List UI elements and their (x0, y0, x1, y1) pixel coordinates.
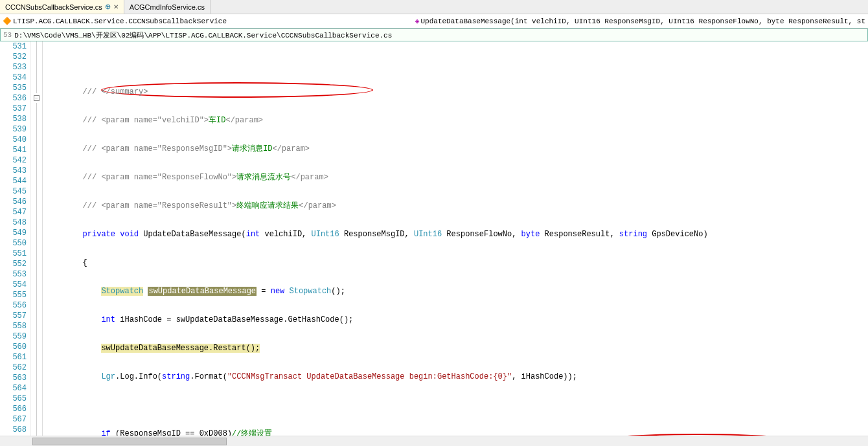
scrollbar-thumb[interactable] (32, 438, 227, 445)
tab-active[interactable]: CCCNSubsCallbackService.cs ⊕ ✕ (0, 0, 124, 14)
tab-inactive[interactable]: ACGCmdInfoService.cs (124, 0, 211, 14)
tab-bar: CCCNSubsCallbackService.cs ⊕ ✕ ACGCmdInf… (0, 0, 868, 14)
close-icon[interactable]: ✕ (113, 3, 119, 10)
class-icon: 🔶 (3, 17, 12, 25)
method-dropdown[interactable]: UpdateDataBaseMessage(int velchiID, UInt… (420, 17, 865, 25)
code-editor[interactable]: 5315325335345355365375385395405415425435… (0, 41, 868, 446)
fold-gutter[interactable]: − (31, 41, 43, 446)
line-gutter: 5315325335345355365375385395405415425435… (0, 41, 31, 446)
file-path: D:\VMS\Code\VMS_HB\开发区\02编码\APP\LTISP.AC… (14, 30, 392, 40)
pin-icon[interactable]: ⊕ (105, 3, 111, 11)
code-area[interactable]: /// </summary> /// <param name="velchiID… (43, 41, 868, 446)
tab-label: CCCNSubsCallbackService.cs (5, 3, 102, 11)
breadcrumb: 🔶 LTISP.ACG.CALLBACK.Service.CCCNSubsCal… (0, 14, 868, 28)
namespace-path[interactable]: LTISP.ACG.CALLBACK.Service.CCCNSubsCallb… (13, 17, 227, 25)
horizontal-scrollbar[interactable] (0, 436, 868, 446)
tab-label: ACGCmdInfoService.cs (130, 3, 205, 11)
method-icon: ◈ (415, 17, 420, 25)
file-path-bar: 53 D:\VMS\Code\VMS_HB\开发区\02编码\APP\LTISP… (0, 28, 868, 41)
